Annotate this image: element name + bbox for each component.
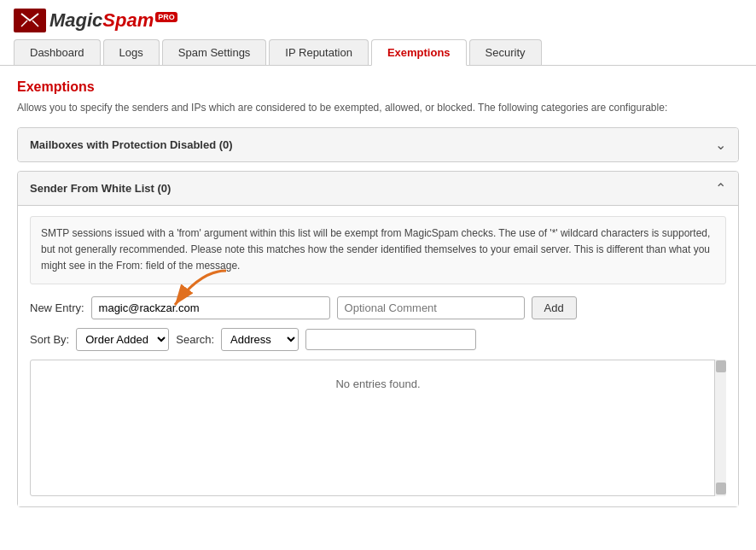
no-entries-text: No entries found. [31, 377, 725, 390]
whitelist-body: SMTP sessions issued with a 'from' argum… [18, 206, 738, 506]
header: MagicSpamPRO Dashboard Logs Spam Setting… [0, 0, 756, 66]
mailboxes-title: Mailboxes with Protection Disabled (0) [30, 138, 233, 151]
logo-area: MagicSpamPRO [14, 9, 742, 32]
tab-logs[interactable]: Logs [103, 39, 160, 65]
nav-tabs: Dashboard Logs Spam Settings IP Reputati… [14, 39, 742, 65]
tab-ip-reputation[interactable]: IP Reputation [269, 39, 369, 65]
tab-dashboard[interactable]: Dashboard [14, 39, 101, 65]
scrollbar[interactable] [714, 360, 726, 496]
search-label: Search: [176, 333, 214, 346]
logo-icon [14, 9, 46, 32]
tab-security[interactable]: Security [469, 39, 542, 65]
page-title: Exemptions [17, 79, 739, 95]
whitelist-header[interactable]: Sender From White List (0) ⌃ [18, 172, 738, 206]
whitelist-chevron-icon: ⌃ [715, 180, 726, 196]
whitelist-title: Sender From White List (0) [30, 182, 171, 195]
tab-spam-settings[interactable]: Spam Settings [162, 39, 267, 65]
whitelist-panel: Sender From White List (0) ⌃ SMTP sessio… [17, 171, 739, 507]
main-content: Exemptions Allows you to specify the sen… [0, 66, 756, 530]
logo-text: MagicSpamPRO [49, 9, 177, 32]
mailboxes-panel: Mailboxes with Protection Disabled (0) ⌄ [17, 127, 739, 162]
page-description: Allows you to specify the senders and IP… [17, 100, 739, 115]
comment-input[interactable] [337, 296, 525, 319]
add-button[interactable]: Add [532, 296, 577, 319]
smtp-note: SMTP sessions issued with a 'from' argum… [30, 216, 726, 284]
new-entry-input[interactable] [91, 296, 330, 319]
mailboxes-chevron-icon: ⌄ [715, 137, 726, 153]
entries-area: No entries found. [30, 360, 726, 496]
entries-wrapper: No entries found. [30, 360, 726, 496]
new-entry-row: New Entry: Add [30, 296, 726, 319]
scrollbar-thumb-top[interactable] [716, 360, 726, 372]
search-input[interactable] [305, 329, 476, 350]
mailboxes-header[interactable]: Mailboxes with Protection Disabled (0) ⌄ [18, 128, 738, 161]
sort-search-row: Sort By: Order Added Address Comment Sea… [30, 328, 726, 351]
tab-exemptions[interactable]: Exemptions [371, 39, 467, 66]
search-select[interactable]: Address Comment [221, 328, 299, 351]
scrollbar-thumb-bottom[interactable] [716, 483, 726, 494]
sort-select[interactable]: Order Added Address Comment [76, 328, 169, 351]
sort-label: Sort By: [30, 333, 69, 346]
new-entry-label: New Entry: [30, 301, 84, 314]
